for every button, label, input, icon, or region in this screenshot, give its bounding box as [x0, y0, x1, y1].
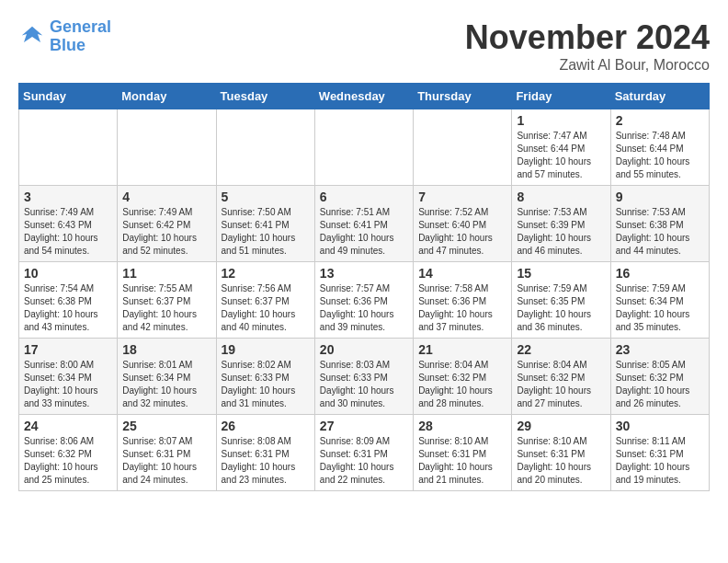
calendar-cell: 30Sunrise: 8:11 AM Sunset: 6:31 PM Dayli…	[610, 415, 709, 491]
weekday-header-sunday: Sunday	[19, 84, 118, 109]
day-number: 9	[616, 190, 704, 204]
day-info: Sunrise: 8:07 AM Sunset: 6:31 PM Dayligh…	[122, 435, 210, 487]
calendar-cell	[216, 109, 314, 186]
day-number: 30	[616, 419, 704, 433]
day-info: Sunrise: 7:49 AM Sunset: 6:42 PM Dayligh…	[122, 206, 210, 258]
day-number: 15	[517, 266, 605, 281]
day-number: 18	[122, 342, 210, 357]
day-number: 22	[517, 342, 605, 357]
calendar-cell: 1Sunrise: 7:47 AM Sunset: 6:44 PM Daylig…	[512, 109, 610, 186]
day-info: Sunrise: 7:56 AM Sunset: 6:37 PM Dayligh…	[222, 282, 310, 334]
day-number: 16	[616, 266, 704, 281]
calendar-cell: 16Sunrise: 7:59 AM Sunset: 6:34 PM Dayli…	[610, 262, 709, 339]
calendar-cell: 3Sunrise: 7:49 AM Sunset: 6:43 PM Daylig…	[19, 186, 118, 262]
day-number: 7	[418, 190, 506, 204]
day-number: 3	[24, 190, 112, 204]
day-info: Sunrise: 8:01 AM Sunset: 6:34 PM Dayligh…	[122, 359, 210, 410]
svg-marker-0	[22, 27, 43, 42]
calendar-week-row: 24Sunrise: 8:06 AM Sunset: 6:32 PM Dayli…	[19, 415, 710, 491]
logo-bird-icon	[18, 23, 46, 51]
month-year-title: November 2024	[465, 18, 710, 57]
title-block: November 2024 Zawit Al Bour, Morocco	[465, 18, 710, 74]
calendar-cell: 28Sunrise: 8:10 AM Sunset: 6:31 PM Dayli…	[414, 415, 512, 491]
day-info: Sunrise: 8:11 AM Sunset: 6:31 PM Dayligh…	[616, 435, 704, 487]
page-header: General Blue November 2024 Zawit Al Bour…	[18, 18, 710, 74]
calendar-header: SundayMondayTuesdayWednesdayThursdayFrid…	[19, 84, 710, 109]
weekday-header-friday: Friday	[512, 84, 610, 109]
weekday-header-thursday: Thursday	[414, 84, 512, 109]
day-number: 28	[418, 419, 506, 433]
day-number: 11	[122, 266, 210, 281]
day-info: Sunrise: 7:58 AM Sunset: 6:36 PM Dayligh…	[418, 282, 506, 334]
day-info: Sunrise: 8:06 AM Sunset: 6:32 PM Dayligh…	[24, 435, 112, 487]
day-info: Sunrise: 7:53 AM Sunset: 6:38 PM Dayligh…	[616, 206, 704, 258]
weekday-header-monday: Monday	[118, 84, 216, 109]
calendar-cell: 26Sunrise: 8:08 AM Sunset: 6:31 PM Dayli…	[216, 415, 314, 491]
day-info: Sunrise: 8:08 AM Sunset: 6:31 PM Dayligh…	[222, 435, 310, 487]
day-number: 8	[517, 190, 605, 204]
day-info: Sunrise: 8:04 AM Sunset: 6:32 PM Dayligh…	[517, 359, 605, 410]
day-number: 24	[24, 419, 112, 433]
calendar-cell: 10Sunrise: 7:54 AM Sunset: 6:38 PM Dayli…	[19, 262, 118, 339]
day-number: 12	[222, 266, 310, 281]
day-number: 4	[122, 190, 210, 204]
day-number: 27	[320, 419, 408, 433]
day-info: Sunrise: 8:03 AM Sunset: 6:33 PM Dayligh…	[320, 359, 408, 410]
calendar-cell: 20Sunrise: 8:03 AM Sunset: 6:33 PM Dayli…	[314, 339, 413, 415]
day-number: 19	[222, 342, 310, 357]
day-number: 17	[24, 342, 112, 357]
day-info: Sunrise: 8:10 AM Sunset: 6:31 PM Dayligh…	[418, 435, 506, 487]
calendar-cell: 14Sunrise: 7:58 AM Sunset: 6:36 PM Dayli…	[414, 262, 512, 339]
calendar-cell: 2Sunrise: 7:48 AM Sunset: 6:44 PM Daylig…	[610, 109, 709, 186]
day-number: 20	[320, 342, 408, 357]
calendar-cell: 29Sunrise: 8:10 AM Sunset: 6:31 PM Dayli…	[512, 415, 610, 491]
day-info: Sunrise: 7:55 AM Sunset: 6:37 PM Dayligh…	[122, 282, 210, 334]
day-info: Sunrise: 7:48 AM Sunset: 6:44 PM Dayligh…	[616, 130, 704, 181]
day-info: Sunrise: 8:05 AM Sunset: 6:32 PM Dayligh…	[616, 359, 704, 410]
calendar-cell: 18Sunrise: 8:01 AM Sunset: 6:34 PM Dayli…	[118, 339, 216, 415]
calendar-cell: 9Sunrise: 7:53 AM Sunset: 6:38 PM Daylig…	[610, 186, 709, 262]
day-number: 23	[616, 342, 704, 357]
calendar-table: SundayMondayTuesdayWednesdayThursdayFrid…	[18, 83, 710, 491]
logo-line1: General	[50, 17, 111, 36]
day-number: 6	[320, 190, 408, 204]
calendar-cell: 8Sunrise: 7:53 AM Sunset: 6:39 PM Daylig…	[512, 186, 610, 262]
calendar-cell	[314, 109, 413, 186]
calendar-cell: 15Sunrise: 7:59 AM Sunset: 6:35 PM Dayli…	[512, 262, 610, 339]
day-number: 26	[222, 419, 310, 433]
calendar-week-row: 10Sunrise: 7:54 AM Sunset: 6:38 PM Dayli…	[19, 262, 710, 339]
day-number: 14	[418, 266, 506, 281]
weekday-header-tuesday: Tuesday	[216, 84, 314, 109]
location-subtitle: Zawit Al Bour, Morocco	[465, 57, 710, 74]
logo-line2: Blue	[50, 36, 85, 54]
calendar-cell: 6Sunrise: 7:51 AM Sunset: 6:41 PM Daylig…	[314, 186, 413, 262]
calendar-cell	[19, 109, 118, 186]
weekday-header-saturday: Saturday	[610, 84, 709, 109]
day-number: 25	[122, 419, 210, 433]
day-info: Sunrise: 8:00 AM Sunset: 6:34 PM Dayligh…	[24, 359, 112, 410]
day-info: Sunrise: 7:57 AM Sunset: 6:36 PM Dayligh…	[320, 282, 408, 334]
calendar-cell: 25Sunrise: 8:07 AM Sunset: 6:31 PM Dayli…	[118, 415, 216, 491]
day-info: Sunrise: 7:52 AM Sunset: 6:40 PM Dayligh…	[418, 206, 506, 258]
day-number: 1	[517, 113, 605, 128]
day-info: Sunrise: 8:02 AM Sunset: 6:33 PM Dayligh…	[222, 359, 310, 410]
weekday-header-row: SundayMondayTuesdayWednesdayThursdayFrid…	[19, 84, 710, 109]
calendar-cell: 11Sunrise: 7:55 AM Sunset: 6:37 PM Dayli…	[118, 262, 216, 339]
calendar-body: 1Sunrise: 7:47 AM Sunset: 6:44 PM Daylig…	[19, 109, 710, 491]
day-info: Sunrise: 8:09 AM Sunset: 6:31 PM Dayligh…	[320, 435, 408, 487]
calendar-cell: 4Sunrise: 7:49 AM Sunset: 6:42 PM Daylig…	[118, 186, 216, 262]
calendar-cell: 17Sunrise: 8:00 AM Sunset: 6:34 PM Dayli…	[19, 339, 118, 415]
day-info: Sunrise: 7:47 AM Sunset: 6:44 PM Dayligh…	[517, 130, 605, 181]
calendar-cell: 24Sunrise: 8:06 AM Sunset: 6:32 PM Dayli…	[19, 415, 118, 491]
calendar-cell: 7Sunrise: 7:52 AM Sunset: 6:40 PM Daylig…	[414, 186, 512, 262]
day-number: 5	[222, 190, 310, 204]
calendar-cell: 5Sunrise: 7:50 AM Sunset: 6:41 PM Daylig…	[216, 186, 314, 262]
calendar-week-row: 17Sunrise: 8:00 AM Sunset: 6:34 PM Dayli…	[19, 339, 710, 415]
day-number: 29	[517, 419, 605, 433]
day-number: 2	[616, 113, 704, 128]
day-info: Sunrise: 8:10 AM Sunset: 6:31 PM Dayligh…	[517, 435, 605, 487]
calendar-week-row: 1Sunrise: 7:47 AM Sunset: 6:44 PM Daylig…	[19, 109, 710, 186]
calendar-cell: 22Sunrise: 8:04 AM Sunset: 6:32 PM Dayli…	[512, 339, 610, 415]
day-number: 10	[24, 266, 112, 281]
calendar-cell: 23Sunrise: 8:05 AM Sunset: 6:32 PM Dayli…	[610, 339, 709, 415]
